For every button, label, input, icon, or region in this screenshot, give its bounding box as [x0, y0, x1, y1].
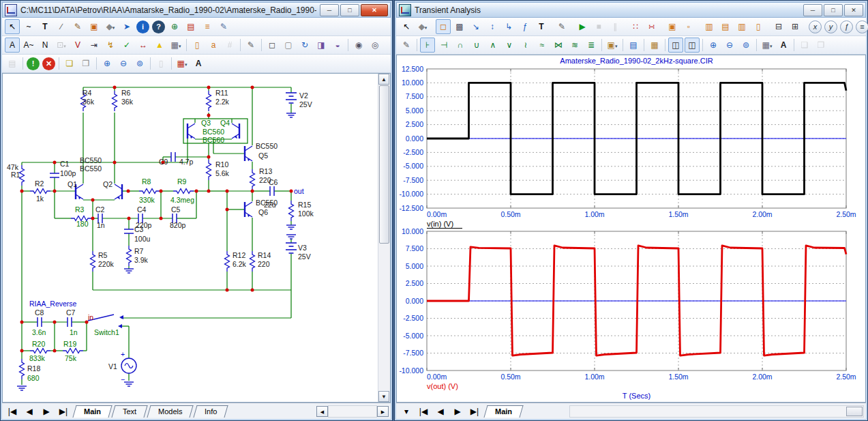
width-icon[interactable]: ≣: [584, 38, 599, 53]
hscroll-right-icon[interactable]: ▶: [377, 406, 389, 417]
tab-list-icon[interactable]: ▾: [399, 404, 414, 419]
data-points-icon[interactable]: ∷: [628, 19, 643, 34]
attribute-wave-icon[interactable]: A~: [21, 38, 36, 53]
border-tool-icon[interactable]: ≡: [200, 19, 215, 34]
run-icon[interactable]: ▶: [575, 19, 590, 34]
check-run-icon[interactable]: !: [27, 57, 40, 70]
tokens-icon[interactable]: ∺: [644, 19, 659, 34]
plot-group-2-icon[interactable]: ▤: [718, 19, 733, 34]
page-add-icon[interactable]: ▯: [190, 38, 205, 53]
x-cursor-icon[interactable]: x: [809, 20, 822, 33]
help-tool-icon[interactable]: ?: [152, 20, 165, 33]
first-page-icon[interactable]: |◀: [5, 404, 20, 419]
sheet-check-tool-icon[interactable]: ▤: [183, 19, 198, 34]
numeric-output-icon[interactable]: ▤: [626, 38, 641, 53]
stretch-wires-icon[interactable]: ↔: [136, 38, 151, 53]
pin-connections-icon[interactable]: ⇥: [87, 38, 102, 53]
scale-box-mode-icon[interactable]: ◻: [436, 19, 451, 34]
inflection-icon[interactable]: ⋈: [551, 38, 566, 53]
scroll-thumb[interactable]: [379, 85, 389, 244]
font-icon[interactable]: A: [191, 56, 206, 71]
zoom-100-icon[interactable]: ⊚: [132, 56, 147, 71]
shapes-tool-icon[interactable]: ◆▾: [415, 19, 430, 34]
align-cursors-icon[interactable]: ◫: [668, 38, 683, 53]
plot-group-4-icon[interactable]: ▯: [751, 19, 766, 34]
schematic-canvas[interactable]: R436kR636kR112.2kV225VQ3Q4BC560BC560C94.…: [5, 74, 366, 403]
global-low-icon[interactable]: ∨: [502, 38, 517, 53]
zoom-in-icon[interactable]: ⊕: [706, 38, 721, 53]
notes-tool-icon[interactable]: ✎: [216, 19, 231, 34]
find-wave-icon[interactable]: ◉: [351, 38, 366, 53]
info-tool-icon[interactable]: i: [136, 20, 149, 33]
clipboard-icon[interactable]: ▣▾: [605, 38, 620, 53]
cursor-left-icon[interactable]: ⊦: [420, 38, 435, 53]
maximize-button[interactable]: □: [824, 4, 843, 16]
node-numbers-icon[interactable]: N: [38, 38, 53, 53]
flag-tool-icon[interactable]: ➤: [119, 19, 134, 34]
fx-cursor-icon[interactable]: ƒ: [840, 20, 853, 33]
close-button[interactable]: ✕: [361, 4, 388, 16]
edit-limits-icon[interactable]: ✎: [399, 38, 414, 53]
baseline-mode-icon[interactable]: ⊟: [771, 19, 786, 34]
prev-page-icon[interactable]: ◀: [22, 404, 37, 419]
web-tool-icon[interactable]: ⊕: [167, 19, 182, 34]
ruler-box-icon[interactable]: ▣: [665, 19, 680, 34]
scale-diagonal-icon[interactable]: ↘: [468, 19, 483, 34]
stop-error-icon[interactable]: ✕: [42, 57, 55, 70]
first-page-icon[interactable]: |◀: [416, 404, 431, 419]
zoom-out-icon[interactable]: ⊖: [722, 38, 737, 53]
tab-text[interactable]: Text: [111, 405, 147, 418]
cursor-right-icon[interactable]: ⊣: [436, 38, 451, 53]
good-check-icon[interactable]: ✓: [119, 38, 134, 53]
close-button[interactable]: ✕: [844, 4, 863, 16]
fall-edge-icon[interactable]: ≈: [535, 38, 550, 53]
properties-icon[interactable]: ✎: [243, 38, 258, 53]
component-gallery-icon[interactable]: ▣: [87, 19, 102, 34]
flip-horizontal-icon[interactable]: ◨: [314, 38, 329, 53]
scale-down-icon[interactable]: ↳: [501, 19, 516, 34]
bring-front-icon[interactable]: ❏: [62, 56, 77, 71]
peak-icon[interactable]: ∩: [453, 38, 468, 53]
zoom-in-icon[interactable]: ⊕: [100, 56, 115, 71]
tab-models[interactable]: Models: [147, 405, 194, 418]
data-point-box-icon[interactable]: ▫: [681, 19, 696, 34]
scale-vertical-icon[interactable]: ↕: [485, 19, 500, 34]
last-page-icon[interactable]: ▶|: [56, 404, 71, 419]
graph-thumb-icon[interactable]: ▩: [452, 19, 467, 34]
plot-canvas[interactable]: -12.500-10.000-7.500-5.000-2.5000.0002.5…: [397, 55, 865, 403]
schematic-vscrollbar[interactable]: ▲ ▼: [378, 74, 390, 402]
plot-group-1-icon[interactable]: ▥: [702, 19, 717, 34]
font-icon[interactable]: A: [776, 38, 791, 53]
rise-edge-icon[interactable]: ≀: [518, 38, 533, 53]
warning-triangle-icon[interactable]: ▲: [152, 38, 167, 53]
text-tool-icon[interactable]: T: [38, 19, 53, 34]
grid-toggle-icon[interactable]: ▦▾: [168, 38, 183, 53]
tab-info[interactable]: Info: [193, 405, 228, 418]
color-palette-icon[interactable]: ▦▾: [175, 56, 190, 71]
properties-icon[interactable]: ✎: [554, 19, 569, 34]
zoom-out-icon[interactable]: ⊖: [116, 56, 131, 71]
send-back-icon[interactable]: ❐: [78, 56, 93, 71]
rotate-icon[interactable]: ↻: [297, 38, 312, 53]
last-page-icon[interactable]: ▶|: [467, 404, 482, 419]
crosshair-mode-icon[interactable]: ⊞: [788, 19, 803, 34]
tab-main[interactable]: Main: [483, 405, 523, 418]
line-tool-icon[interactable]: ∕: [54, 19, 69, 34]
y-cursor-icon[interactable]: y: [824, 20, 837, 33]
select-mode-icon[interactable]: ↖: [399, 19, 414, 34]
text-mode-icon[interactable]: T: [534, 19, 549, 34]
maximize-button[interactable]: □: [340, 4, 359, 16]
next-page-icon[interactable]: ▶: [450, 404, 465, 419]
scroll-up-icon[interactable]: ▲: [378, 74, 389, 85]
left-titlebar[interactable]: C:\MC11\DATA\Petrov\RIAA\Amatarske_Radio…: [2, 2, 391, 18]
select-box-icon[interactable]: ◻: [265, 38, 280, 53]
next-page-icon[interactable]: ▶: [39, 404, 54, 419]
shapes-tool-icon[interactable]: ◆▾: [103, 19, 118, 34]
hscroll-track[interactable]: [328, 405, 377, 418]
zoom-100-icon[interactable]: ⊚: [738, 38, 753, 53]
tag-cursor-icon[interactable]: ≡: [856, 20, 868, 33]
minimize-button[interactable]: ─: [803, 4, 822, 16]
hscroll-track[interactable]: [569, 405, 864, 418]
tab-main[interactable]: Main: [72, 405, 112, 418]
same-scales-icon[interactable]: ◫: [685, 38, 700, 53]
